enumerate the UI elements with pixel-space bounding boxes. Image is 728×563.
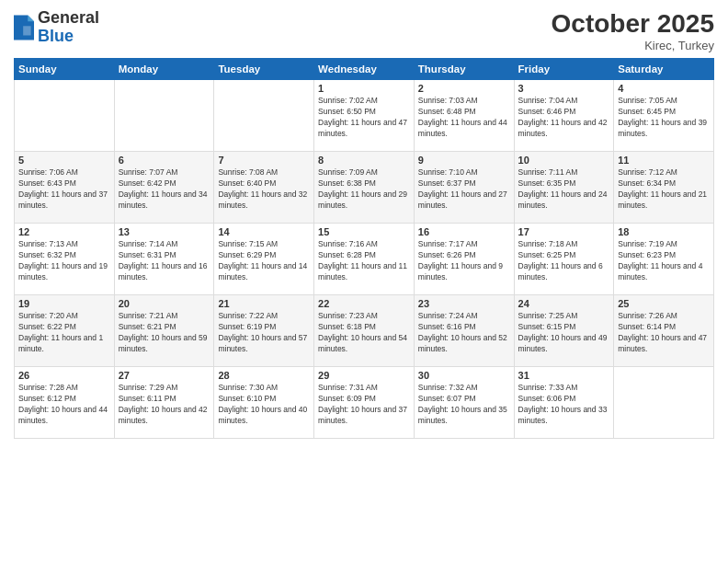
day-number: 10 [518,155,610,166]
day-info: Sunrise: 7:22 AMSunset: 6:19 PMDaylight:… [218,311,310,355]
day-cell [15,80,115,152]
day-cell: 29Sunrise: 7:31 AMSunset: 6:09 PMDayligh… [314,367,415,439]
day-info: Sunrise: 7:07 AMSunset: 6:42 PMDaylight:… [119,167,210,212]
day-number: 30 [418,370,510,381]
day-cell: 12Sunrise: 7:13 AMSunset: 6:32 PMDayligh… [15,224,115,295]
week-row-5: 26Sunrise: 7:28 AMSunset: 6:12 PMDayligh… [15,367,714,439]
day-cell: 10Sunrise: 7:11 AMSunset: 6:35 PMDayligh… [514,152,614,224]
location: Kirec, Turkey [552,39,714,52]
day-cell: 31Sunrise: 7:33 AMSunset: 6:06 PMDayligh… [514,367,614,439]
day-number: 31 [518,370,610,381]
day-number: 23 [418,298,510,309]
day-info: Sunrise: 7:19 AMSunset: 6:23 PMDaylight:… [618,239,710,283]
day-cell: 22Sunrise: 7:23 AMSunset: 6:18 PMDayligh… [314,295,415,367]
day-cell [114,80,214,152]
day-cell: 25Sunrise: 7:26 AMSunset: 6:14 PMDayligh… [614,295,714,367]
day-number: 2 [418,83,510,94]
day-number: 25 [618,298,710,309]
day-info: Sunrise: 7:20 AMSunset: 6:22 PMDaylight:… [18,311,110,355]
day-number: 15 [318,226,410,237]
week-row-3: 12Sunrise: 7:13 AMSunset: 6:32 PMDayligh… [15,224,714,295]
day-header-row: Sunday Monday Tuesday Wednesday Thursday… [15,59,714,80]
day-cell: 4Sunrise: 7:05 AMSunset: 6:45 PMDaylight… [614,80,714,152]
day-number: 17 [518,226,610,237]
day-info: Sunrise: 7:26 AMSunset: 6:14 PMDaylight:… [618,311,710,355]
day-info: Sunrise: 7:24 AMSunset: 6:16 PMDaylight:… [418,311,510,355]
week-row-4: 19Sunrise: 7:20 AMSunset: 6:22 PMDayligh… [15,295,714,367]
day-info: Sunrise: 7:15 AMSunset: 6:29 PMDaylight:… [218,239,310,283]
day-info: Sunrise: 7:10 AMSunset: 6:37 PMDaylight:… [418,167,510,212]
header: General Blue October 2025 Kirec, Turkey [14,9,714,52]
day-number: 14 [218,226,310,237]
day-info: Sunrise: 7:14 AMSunset: 6:31 PMDaylight:… [119,239,210,283]
calendar-body: 1Sunrise: 7:02 AMSunset: 6:50 PMDaylight… [15,80,714,439]
day-number: 26 [18,370,110,381]
col-sunday: Sunday [15,59,115,80]
day-info: Sunrise: 7:23 AMSunset: 6:18 PMDaylight:… [318,311,410,355]
day-info: Sunrise: 7:28 AMSunset: 6:12 PMDaylight:… [18,383,110,427]
day-number: 5 [18,155,110,166]
day-cell: 9Sunrise: 7:10 AMSunset: 6:37 PMDaylight… [414,152,514,224]
logo-text: General Blue [38,9,99,46]
col-tuesday: Tuesday [214,59,314,80]
day-cell: 15Sunrise: 7:16 AMSunset: 6:28 PMDayligh… [314,224,415,295]
day-number: 12 [18,226,110,237]
day-info: Sunrise: 7:25 AMSunset: 6:15 PMDaylight:… [518,311,610,355]
day-cell: 20Sunrise: 7:21 AMSunset: 6:21 PMDayligh… [114,295,214,367]
day-number: 13 [119,226,210,237]
week-row-2: 5Sunrise: 7:06 AMSunset: 6:43 PMDaylight… [15,152,714,224]
page: General Blue October 2025 Kirec, Turkey … [0,0,728,563]
day-cell: 17Sunrise: 7:18 AMSunset: 6:25 PMDayligh… [514,224,614,295]
col-saturday: Saturday [614,59,714,80]
day-cell: 13Sunrise: 7:14 AMSunset: 6:31 PMDayligh… [114,224,214,295]
day-number: 16 [418,226,510,237]
day-info: Sunrise: 7:04 AMSunset: 6:46 PMDaylight:… [518,96,610,140]
day-cell: 1Sunrise: 7:02 AMSunset: 6:50 PMDaylight… [314,80,415,152]
col-monday: Monday [114,59,214,80]
day-info: Sunrise: 7:17 AMSunset: 6:26 PMDaylight:… [418,239,510,283]
day-info: Sunrise: 7:32 AMSunset: 6:07 PMDaylight:… [418,383,510,427]
day-number: 9 [418,155,510,166]
day-info: Sunrise: 7:08 AMSunset: 6:40 PMDaylight:… [218,167,310,212]
day-cell: 5Sunrise: 7:06 AMSunset: 6:43 PMDaylight… [15,152,115,224]
day-cell: 30Sunrise: 7:32 AMSunset: 6:07 PMDayligh… [414,367,514,439]
day-cell: 28Sunrise: 7:30 AMSunset: 6:10 PMDayligh… [214,367,314,439]
day-number: 7 [218,155,310,166]
day-cell: 11Sunrise: 7:12 AMSunset: 6:34 PMDayligh… [614,152,714,224]
day-cell: 8Sunrise: 7:09 AMSunset: 6:38 PMDaylight… [314,152,415,224]
day-info: Sunrise: 7:02 AMSunset: 6:50 PMDaylight:… [318,96,410,140]
day-number: 1 [318,83,410,94]
logo-general: General [38,9,99,28]
day-info: Sunrise: 7:18 AMSunset: 6:25 PMDaylight:… [518,239,610,283]
calendar-header: Sunday Monday Tuesday Wednesday Thursday… [15,59,714,80]
day-info: Sunrise: 7:06 AMSunset: 6:43 PMDaylight:… [18,167,110,212]
svg-marker-1 [28,15,34,21]
col-wednesday: Wednesday [314,59,415,80]
week-row-1: 1Sunrise: 7:02 AMSunset: 6:50 PMDaylight… [15,80,714,152]
day-cell: 24Sunrise: 7:25 AMSunset: 6:15 PMDayligh… [514,295,614,367]
day-info: Sunrise: 7:13 AMSunset: 6:32 PMDaylight:… [18,239,110,283]
day-info: Sunrise: 7:11 AMSunset: 6:35 PMDaylight:… [518,167,610,212]
day-cell: 3Sunrise: 7:04 AMSunset: 6:46 PMDaylight… [514,80,614,152]
day-info: Sunrise: 7:05 AMSunset: 6:45 PMDaylight:… [618,96,710,140]
day-number: 28 [218,370,310,381]
day-number: 20 [119,298,210,309]
logo-blue: Blue [38,28,99,46]
day-info: Sunrise: 7:31 AMSunset: 6:09 PMDaylight:… [318,383,410,427]
day-number: 4 [618,83,710,94]
day-cell: 6Sunrise: 7:07 AMSunset: 6:42 PMDaylight… [114,152,214,224]
day-number: 22 [318,298,410,309]
day-cell [214,80,314,152]
day-cell: 7Sunrise: 7:08 AMSunset: 6:40 PMDaylight… [214,152,314,224]
day-cell: 14Sunrise: 7:15 AMSunset: 6:29 PMDayligh… [214,224,314,295]
day-cell: 18Sunrise: 7:19 AMSunset: 6:23 PMDayligh… [614,224,714,295]
day-info: Sunrise: 7:03 AMSunset: 6:48 PMDaylight:… [418,96,510,140]
logo-icon [14,15,34,40]
svg-marker-2 [23,26,30,35]
day-number: 21 [218,298,310,309]
day-cell [614,367,714,439]
day-number: 19 [18,298,110,309]
month-title: October 2025 [552,9,714,39]
col-friday: Friday [514,59,614,80]
day-info: Sunrise: 7:29 AMSunset: 6:11 PMDaylight:… [119,383,210,427]
